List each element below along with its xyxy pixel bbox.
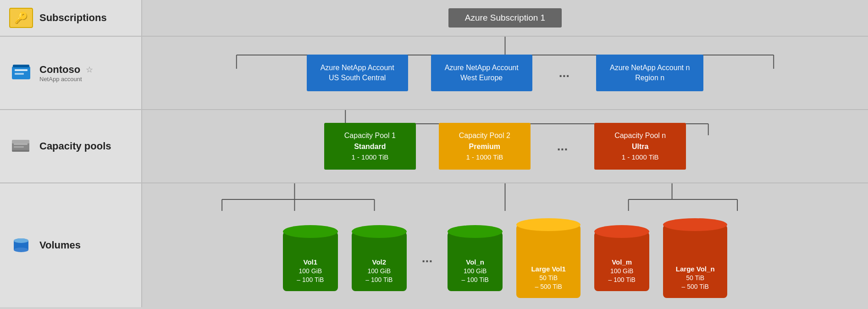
volumes-dots-1: ... [418,251,436,265]
cyl-top-vol1 [283,225,338,238]
diagram: 🔑 Subscriptions Azure Subscription 1 Co [0,0,868,309]
large-voln-name: Large Vol_n [676,264,715,274]
volumes-label-area: Volumes [0,183,142,307]
azure-subscription-box: Azure Subscription 1 [448,8,562,28]
account-box-3: Azure NetApp Account n Region n [596,55,703,92]
voln-name: Vol_n [462,257,489,267]
volumes-row: Volumes [0,183,868,307]
pool-3-size: 1 - 1000 TiB [607,152,673,163]
pool-box-3: Capacity Pool n Ultra 1 - 1000 TiB [594,123,686,170]
cyl-top-voln [448,225,503,238]
account-box-1: Azure NetApp Account US South Central [307,55,408,92]
pools-content: Capacity Pool 1 Standard 1 - 1000 TiB Ca… [142,110,868,182]
volm-size-line2: – 100 TiB [608,276,636,285]
account-3-line2: Region n [610,73,690,83]
svg-rect-1 [15,69,28,71]
voln-size-line2: – 100 TiB [462,276,489,285]
pool-3-type: Ultra [607,141,673,152]
voln-text: Vol_n 100 GiB – 100 TiB [462,257,489,285]
pools-label-area: Capacity pools [0,110,142,182]
cyl-top-volm [594,225,649,238]
volume-large-voln: Large Vol_n 50 TiB – 500 TiB [661,218,730,298]
account-3-line1: Azure NetApp Account n [610,63,690,73]
volm-name: Vol_m [608,257,636,267]
vol1-size-line2: – 100 TiB [297,276,324,285]
volumes-label: Volumes [39,239,81,251]
account-box-2: Azure NetApp Account West Europe [431,55,532,92]
volume-volm: Vol_m 100 GiB – 100 TiB [592,225,652,291]
subscriptions-label: Subscriptions [39,12,107,24]
pools-icon [9,136,33,156]
accounts-label-area: Contoso ☆ NetApp account [0,37,142,109]
vol1-size-line1: 100 GiB [297,267,324,276]
vol1-name: Vol1 [297,257,324,267]
subscriptions-label-area: 🔑 Subscriptions [0,0,142,36]
cyl-top-large-vol1 [516,218,581,231]
pool-1-name: Capacity Pool 1 [337,130,403,141]
subscriptions-content: Azure Subscription 1 [142,0,868,36]
pools-label: Capacity pools [39,140,111,152]
vol2-name: Vol2 [365,257,393,267]
large-vol1-size-line2: – 500 TiB [531,282,566,292]
large-voln-size-line1: 50 TiB [676,274,715,283]
accounts-label-main: Contoso [39,64,80,76]
large-voln-text: Large Vol_n 50 TiB – 500 TiB [676,264,715,292]
accounts-row: Contoso ☆ NetApp account Azure NetApp [0,37,868,110]
accounts-star: ☆ [86,65,93,75]
volume-voln: Vol_n 100 GiB – 100 TiB [445,225,505,291]
svg-rect-11 [14,143,28,145]
vol2-size-line1: 100 GiB [365,267,393,276]
svg-rect-3 [13,65,29,67]
volumes-icon [9,235,33,255]
pools-items: Capacity Pool 1 Standard 1 - 1000 TiB Ca… [324,123,686,170]
large-voln-size-line2: – 500 TiB [676,282,715,292]
pool-2-name: Capacity Pool 2 [452,130,518,141]
vol1-text: Vol1 100 GiB – 100 TiB [297,257,324,285]
vol2-size-line2: – 100 TiB [365,276,393,285]
large-vol1-size-line1: 50 TiB [531,274,566,283]
pool-box-2: Capacity Pool 2 Premium 1 - 1000 TiB [439,123,531,170]
volume-large-vol1: Large Vol1 50 TiB – 500 TiB [514,218,583,298]
voln-size-line1: 100 GiB [462,267,489,276]
pool-1-size: 1 - 1000 TiB [337,152,403,163]
pool-3-name: Capacity Pool n [607,130,673,141]
accounts-items: Azure NetApp Account US South Central Az… [307,55,704,92]
svg-rect-10 [12,140,29,143]
volm-size-line1: 100 GiB [608,267,636,276]
volumes-items: Vol1 100 GiB – 100 TiB Vol2 100 GiB – 10… [281,218,730,298]
svg-rect-13 [12,150,29,152]
account-2-line2: West Europe [445,73,519,83]
accounts-dots: ... [555,66,573,80]
pool-box-1: Capacity Pool 1 Standard 1 - 1000 TiB [324,123,416,170]
vol2-text: Vol2 100 GiB – 100 TiB [365,257,393,285]
svg-rect-12 [14,146,24,148]
pool-1-type: Standard [337,141,403,152]
volm-text: Vol_m 100 GiB – 100 TiB [608,257,636,285]
cyl-top-large-voln [663,218,727,231]
svg-point-22 [14,238,28,243]
subscriptions-row: 🔑 Subscriptions Azure Subscription 1 [0,0,868,37]
account-1-line2: US South Central [321,73,394,83]
account-2-line1: Azure NetApp Account [445,63,519,73]
volume-vol1: Vol1 100 GiB – 100 TiB [281,225,340,291]
pools-row: Capacity pools Capacity Pool 1 Standard … [0,110,868,183]
svg-rect-2 [15,73,24,75]
cyl-top-vol2 [352,225,407,238]
pool-2-type: Premium [452,141,518,152]
pools-dots: ... [553,139,571,154]
netapp-icon [9,63,33,83]
pool-2-size: 1 - 1000 TiB [452,152,518,163]
volume-vol2: Vol2 100 GiB – 100 TiB [349,225,409,291]
account-1-line1: Azure NetApp Account [321,63,394,73]
large-vol1-name: Large Vol1 [531,264,566,274]
accounts-label-sub: NetApp account [39,76,93,83]
svg-point-21 [14,248,28,252]
accounts-content: Azure NetApp Account US South Central Az… [142,37,868,109]
volumes-content: Vol1 100 GiB – 100 TiB Vol2 100 GiB – 10… [142,183,868,307]
large-vol1-text: Large Vol1 50 TiB – 500 TiB [531,264,566,292]
key-icon: 🔑 [9,8,33,28]
